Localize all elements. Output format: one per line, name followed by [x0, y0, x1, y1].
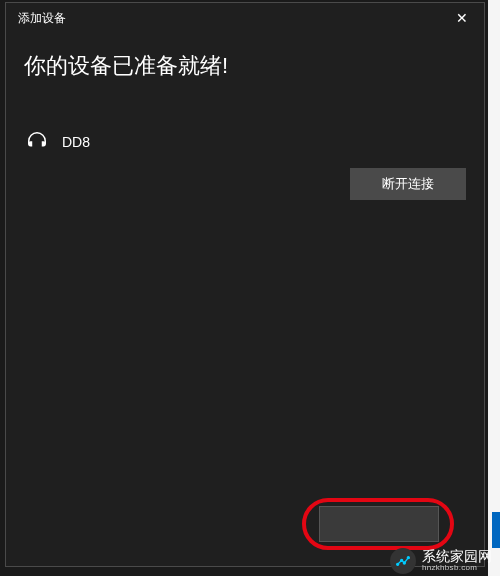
watermark-logo-icon — [390, 548, 416, 574]
device-item[interactable]: DD8 — [24, 131, 466, 153]
background-edge — [488, 0, 500, 576]
blue-accent-sliver — [492, 512, 500, 548]
svg-point-3 — [407, 557, 409, 559]
done-button[interactable] — [319, 506, 439, 542]
svg-point-2 — [403, 562, 405, 564]
watermark-text: 系统家园网 hnzkhbsb.com — [422, 549, 492, 573]
device-name: DD8 — [62, 134, 90, 150]
watermark: 系统家园网 hnzkhbsb.com — [390, 548, 492, 574]
close-button[interactable]: ✕ — [448, 4, 476, 32]
dialog-titlebar: 添加设备 ✕ — [6, 3, 484, 33]
watermark-main: 系统家园网 — [422, 549, 492, 564]
ready-heading: 你的设备已准备就绪! — [24, 51, 466, 81]
close-icon: ✕ — [456, 10, 468, 26]
headphone-icon — [26, 131, 48, 153]
add-device-dialog: 添加设备 ✕ 你的设备已准备就绪! DD8 断开连接 — [5, 2, 485, 567]
svg-point-1 — [401, 559, 403, 561]
dialog-title: 添加设备 — [18, 10, 66, 27]
svg-point-0 — [397, 563, 399, 565]
disconnect-button[interactable]: 断开连接 — [350, 168, 466, 200]
watermark-sub: hnzkhbsb.com — [422, 564, 492, 573]
